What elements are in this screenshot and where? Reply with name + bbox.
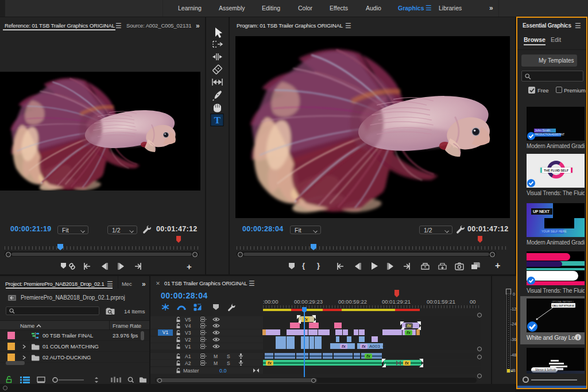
svg-text:T: T — [214, 115, 221, 126]
